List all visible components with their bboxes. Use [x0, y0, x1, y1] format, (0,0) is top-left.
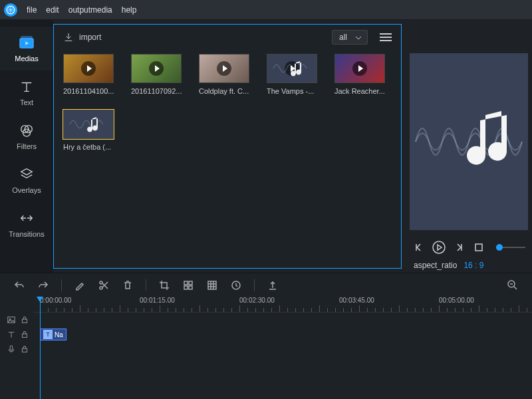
media-thumbnail	[63, 54, 114, 83]
timeline-toolbar	[0, 273, 532, 297]
media-item[interactable]: 20161104100...	[63, 54, 115, 95]
media-item[interactable]: The Vamps -...	[267, 54, 319, 95]
edit-button[interactable]	[74, 279, 86, 291]
text-icon	[19, 78, 35, 94]
clip-type-icon: T	[43, 330, 53, 339]
svg-rect-15	[208, 281, 216, 289]
lock-icon[interactable]	[20, 315, 29, 325]
media-filter-select[interactable]: all	[332, 30, 368, 45]
mic-track-icon	[7, 344, 16, 354]
delete-button[interactable]	[122, 279, 134, 291]
sidebar-item-label: Overlays	[12, 186, 41, 194]
zoom-out-button[interactable]	[507, 279, 519, 291]
svg-rect-22	[10, 345, 13, 350]
redo-button[interactable]	[37, 279, 49, 291]
undo-button[interactable]	[13, 279, 25, 291]
media-item[interactable]: Hry a četba (...	[63, 110, 115, 151]
sidebar-item-overlays[interactable]: Overlays	[0, 158, 53, 202]
ruler-mark: 00:03:45.00	[339, 297, 374, 304]
svg-rect-8	[475, 244, 482, 251]
slider-thumb[interactable]	[496, 244, 503, 251]
svg-rect-14	[189, 286, 192, 289]
preview-canvas	[410, 53, 528, 230]
sidebar-item-filters[interactable]: Filters	[0, 114, 53, 158]
cut-button[interactable]	[98, 279, 110, 291]
timeline: 0:00:00.00 00:01:15.00 00:02:30.00 00:03…	[0, 297, 532, 399]
import-button[interactable]: import	[79, 33, 101, 42]
import-icon	[63, 32, 74, 43]
grid-button[interactable]	[206, 279, 218, 291]
sidebar-item-medias[interactable]: Medias	[0, 27, 53, 70]
sidebar-item-transitions[interactable]: Transitions	[0, 202, 53, 246]
mosaic-button[interactable]	[182, 279, 194, 291]
play-button[interactable]	[432, 241, 446, 254]
app-logo-icon	[4, 3, 17, 17]
sidebar: Medias Text Filters Overlays Transitions	[0, 20, 53, 273]
svg-rect-13	[184, 286, 188, 289]
media-grid: 20161104100... 20161107092... Coldplay f…	[54, 50, 401, 155]
stop-button[interactable]	[472, 241, 485, 254]
view-list-icon[interactable]	[380, 33, 392, 41]
ruler-mark: 0:00:00.00	[40, 297, 71, 304]
svg-rect-23	[23, 348, 27, 352]
svg-rect-20	[23, 319, 27, 323]
clip-label: Na	[55, 331, 63, 338]
next-frame-button[interactable]	[452, 241, 466, 254]
play-overlay-icon	[149, 61, 164, 76]
audio-wave-icon	[68, 113, 108, 136]
menu-edit[interactable]: edit	[46, 5, 59, 15]
menu-file[interactable]: file	[27, 5, 37, 15]
media-label: 20161107092...	[131, 87, 183, 95]
play-overlay-icon	[217, 61, 231, 76]
aspect-ratio-value: 16 : 9	[464, 261, 483, 270]
timeline-clip[interactable]: TNa	[40, 329, 66, 340]
svg-point-9	[100, 287, 102, 289]
overlays-icon	[19, 166, 35, 182]
chevron-down-icon	[355, 36, 362, 40]
timeline-ruler[interactable]: 0:00:00.00 00:01:15.00 00:02:30.00 00:03…	[33, 297, 532, 313]
media-panel: import all 20161104100... 20161107092...…	[53, 24, 402, 269]
crop-button[interactable]	[158, 279, 170, 291]
video-track[interactable]	[0, 313, 532, 327]
media-label: Coldplay ft. C...	[199, 87, 251, 95]
media-label: Jack Reacher...	[334, 87, 386, 95]
filters-icon	[19, 122, 35, 138]
sidebar-item-label: Filters	[17, 142, 37, 150]
audio-wave-icon	[412, 102, 525, 182]
export-button[interactable]	[267, 279, 279, 291]
preview-pane: aspect_ratio 16 : 9	[406, 20, 532, 273]
text-track-icon	[7, 330, 16, 339]
text-track[interactable]: TNa	[0, 327, 532, 342]
preview-slider[interactable]	[496, 247, 525, 248]
menu-outputmedia[interactable]: outputmedia	[68, 5, 112, 15]
prev-frame-button[interactable]	[412, 241, 426, 254]
media-thumbnail	[131, 54, 182, 83]
svg-rect-12	[189, 281, 192, 285]
sidebar-item-label: Text	[20, 98, 33, 106]
lock-icon[interactable]	[20, 344, 29, 354]
lock-icon[interactable]	[20, 330, 29, 339]
play-overlay-icon	[81, 61, 96, 76]
media-thumbnail	[267, 54, 317, 83]
sidebar-item-label: Medias	[15, 55, 38, 63]
play-overlay-icon	[352, 61, 367, 76]
media-label: 20161104100...	[63, 87, 115, 95]
media-item[interactable]: Jack Reacher...	[334, 54, 386, 95]
audio-track[interactable]	[0, 342, 532, 356]
media-thumbnail	[199, 54, 249, 83]
svg-rect-3	[21, 37, 32, 39]
media-label: The Vamps -...	[267, 87, 319, 95]
media-item[interactable]: 20161107092...	[131, 54, 183, 95]
aspect-ratio-label: aspect_ratio	[414, 261, 457, 270]
media-item[interactable]: Coldplay ft. C...	[199, 54, 251, 95]
menu-help[interactable]: help	[122, 5, 137, 15]
media-label: Hry a četba (...	[63, 143, 115, 151]
sidebar-item-label: Transitions	[9, 230, 44, 238]
sidebar-item-text[interactable]: Text	[0, 70, 53, 114]
ruler-mark: 00:01:15.00	[140, 297, 175, 304]
media-filter-value: all	[339, 33, 347, 42]
svg-rect-11	[184, 281, 188, 285]
duration-button[interactable]	[230, 279, 242, 291]
ruler-mark: 00:05:00.00	[439, 297, 474, 304]
transitions-icon	[19, 210, 35, 226]
